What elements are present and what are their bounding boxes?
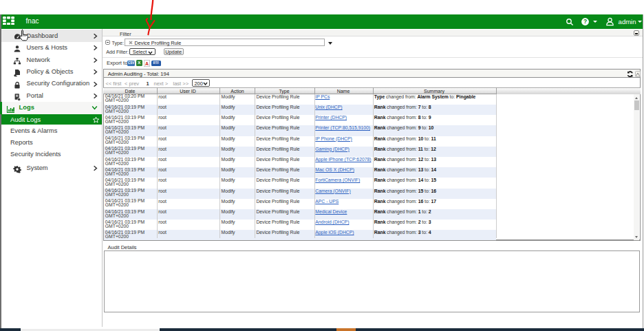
svg-text:?: ?	[583, 18, 587, 25]
